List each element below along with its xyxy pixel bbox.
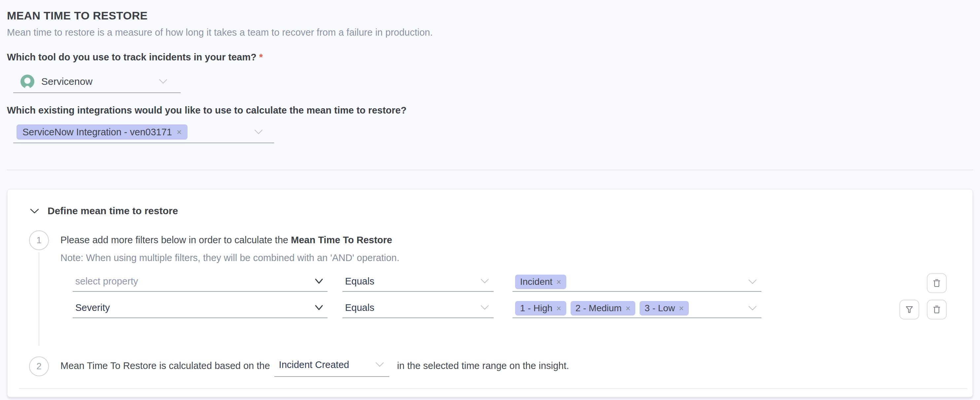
filter-operator-select[interactable]: Equals [342, 301, 494, 318]
chevron-down-icon [254, 129, 263, 135]
integrations-question-label: Which existing integrations would you li… [7, 105, 973, 116]
value-chip[interactable]: 3 - Low × [640, 301, 689, 316]
integration-chip-label: ServiceNow Integration - ven03171 [22, 127, 172, 138]
mttr-settings-page: MEAN TIME TO RESTORE Mean time to restor… [0, 0, 980, 397]
chevron-down-icon [480, 305, 489, 310]
integrations-select[interactable]: ServiceNow Integration - ven03171 × [13, 122, 274, 143]
calc-basis-value: Incident Created [279, 359, 349, 370]
collapse-chevron-icon [30, 208, 39, 214]
chevron-down-icon [315, 305, 323, 311]
chevron-down-icon [159, 79, 167, 84]
remove-chip-icon[interactable]: × [626, 304, 631, 313]
filter-property-select[interactable]: Severity [73, 301, 328, 318]
filter-button[interactable] [899, 300, 919, 319]
property-value: Severity [75, 302, 110, 313]
trash-icon [932, 305, 942, 314]
step-connector-line [39, 252, 39, 346]
value-chip-label: Incident [520, 276, 552, 287]
servicenow-icon [21, 75, 34, 89]
step-1-text-prefix: Please add more filters below in order t… [60, 235, 291, 245]
trash-icon [932, 278, 942, 288]
filter-property-select[interactable]: select property [73, 275, 328, 292]
value-chip[interactable]: 1 - High × [515, 301, 566, 316]
integration-chip[interactable]: ServiceNow Integration - ven03171 × [16, 124, 188, 140]
define-section-toggle[interactable]: Define mean time to restore [30, 205, 178, 216]
remove-chip-icon[interactable]: × [556, 277, 561, 287]
chevron-down-icon [480, 279, 489, 284]
value-chip-label: 3 - Low [644, 303, 675, 314]
filter-row: select property Equals Incident × [73, 275, 947, 292]
section-divider [7, 170, 973, 170]
filter-row: Severity Equals 1 - High × [73, 301, 947, 318]
page-subtitle: Mean time to restore is a measure of how… [7, 27, 973, 38]
delete-filter-button[interactable] [927, 273, 947, 293]
filter-values-select[interactable]: Incident × [512, 275, 761, 292]
step-2: 2 Mean Time To Restore is calculated bas… [8, 356, 972, 377]
step-1-badge: 1 [29, 230, 49, 250]
steps-area: 1 Please add more filters below in order… [8, 230, 972, 377]
chevron-down-icon [315, 279, 323, 284]
tool-select-value: Servicenow [41, 76, 92, 87]
step-2-badge: 2 [29, 356, 49, 376]
card-footer-divider [19, 388, 967, 389]
filter-operator-select[interactable]: Equals [342, 275, 494, 292]
remove-chip-icon[interactable]: × [177, 127, 181, 137]
step-2-text-prefix: Mean Time To Restore is calculated based… [60, 359, 270, 377]
value-chip-label: 1 - High [520, 303, 552, 314]
remove-chip-icon[interactable]: × [556, 304, 561, 313]
filters-list: select property Equals Incident × [73, 275, 972, 318]
incident-tool-select[interactable]: Servicenow [13, 73, 181, 93]
chevron-down-icon [748, 306, 757, 311]
chevron-down-icon [748, 279, 757, 284]
step-1: 1 Please add more filters below in order… [8, 230, 972, 327]
operator-value: Equals [345, 302, 374, 313]
operator-value: Equals [345, 276, 374, 287]
chevron-down-icon [375, 362, 384, 367]
delete-filter-button[interactable] [927, 300, 947, 319]
step-2-text-suffix: in the selected time range on the insigh… [397, 359, 569, 377]
property-placeholder: select property [75, 276, 138, 287]
step-1-text: Please add more filters below in order t… [60, 233, 972, 248]
step-1-text-bold: Mean Time To Restore [291, 235, 392, 245]
value-chip[interactable]: Incident × [515, 275, 566, 289]
required-asterisk: * [259, 52, 263, 62]
page-title: MEAN TIME TO RESTORE [7, 9, 973, 22]
step-1-note: Note: When using multiple filters, they … [60, 251, 972, 265]
value-chip[interactable]: 2 - Medium × [571, 301, 636, 316]
calc-basis-select[interactable]: Incident Created [274, 359, 389, 377]
funnel-icon [904, 305, 914, 314]
filter-values-select[interactable]: 1 - High × 2 - Medium × 3 - Low × [512, 301, 761, 318]
define-mttr-card: Define mean time to restore 1 Please add… [7, 189, 973, 397]
tool-question-label: Which tool do you use to track incidents… [7, 52, 973, 63]
define-section-title: Define mean time to restore [48, 205, 178, 216]
remove-chip-icon[interactable]: × [679, 304, 684, 313]
value-chip-label: 2 - Medium [576, 303, 622, 314]
tool-question-text: Which tool do you use to track incidents… [7, 52, 256, 62]
